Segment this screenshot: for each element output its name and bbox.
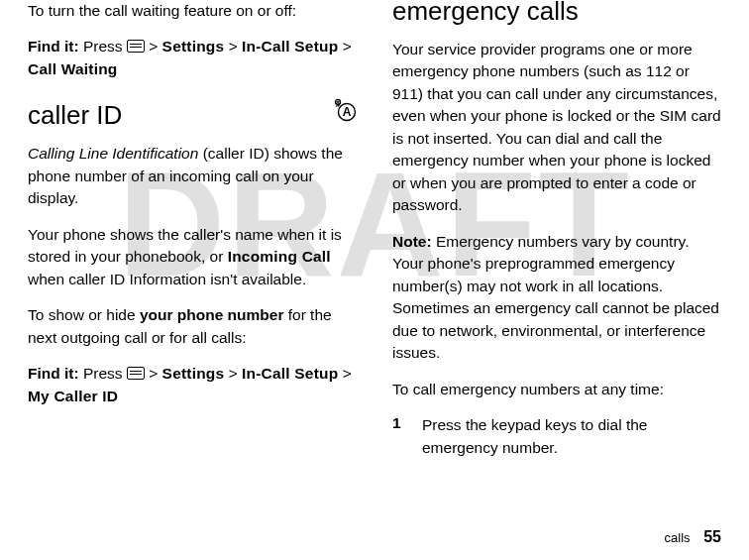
- press-text: Press: [83, 38, 123, 55]
- page-content: To turn the call waiting feature on or o…: [0, 0, 749, 515]
- incoming-call-label: Incoming Call: [228, 248, 331, 265]
- call-waiting-intro: To turn the call waiting feature on or o…: [28, 0, 357, 22]
- network-feature-icon: A: [333, 98, 357, 122]
- find-it-call-waiting: Find it: Press > Settings > In-Call Setu…: [28, 36, 357, 80]
- menu-incall-setup: In-Call Setup: [242, 38, 338, 55]
- find-it-label: Find it:: [28, 38, 79, 55]
- find-it-caller-id: Find it: Press > Settings > In-Call Setu…: [28, 363, 357, 407]
- gt: >: [149, 38, 158, 55]
- step-1: 1 Press the keypad keys to dial the emer…: [392, 414, 721, 459]
- gt: >: [229, 38, 238, 55]
- menu-call-waiting: Call Waiting: [28, 60, 118, 77]
- emergency-how-to: To call emergency numbers at any time:: [392, 379, 721, 400]
- note-body: Emergency numbers vary by country. Your …: [392, 233, 719, 361]
- text: To show or hide: [28, 306, 140, 323]
- gt: >: [343, 38, 352, 55]
- step-text: Press the keypad keys to dial the emerge…: [422, 414, 721, 459]
- svg-text:A: A: [343, 106, 352, 120]
- step-number: 1: [392, 414, 422, 459]
- menu-my-caller-id: My Caller ID: [28, 388, 118, 404]
- press-text: Press: [83, 365, 123, 382]
- your-phone-number-label: your phone number: [140, 306, 284, 323]
- gt: >: [343, 365, 352, 382]
- caller-id-heading: caller ID: [28, 100, 122, 131]
- caller-id-desc: Calling Line Identification (caller ID) …: [28, 143, 357, 209]
- menu-key-icon: [127, 40, 145, 53]
- emergency-calls-heading: emergency calls: [392, 0, 721, 27]
- page-footer: calls 55: [665, 528, 721, 546]
- text: when caller ID Information isn't availab…: [28, 271, 306, 287]
- right-column: emergency calls Your service provider pr…: [374, 0, 721, 515]
- menu-settings: Settings: [162, 365, 225, 382]
- gt: >: [229, 365, 238, 382]
- show-hide-desc: To show or hide your phone number for th…: [28, 304, 357, 349]
- menu-settings: Settings: [162, 38, 225, 55]
- emergency-desc: Your service provider programs one or mo…: [392, 39, 721, 217]
- section-label: calls: [665, 530, 691, 545]
- find-it-label: Find it:: [28, 365, 79, 382]
- left-column: To turn the call waiting feature on or o…: [28, 0, 374, 515]
- menu-incall-setup: In-Call Setup: [242, 365, 338, 382]
- menu-key-icon: [127, 367, 145, 380]
- caller-id-heading-row: caller ID A: [28, 94, 357, 143]
- gt: >: [149, 365, 158, 382]
- note-label: Note:: [392, 233, 432, 250]
- emergency-note: Note: Emergency numbers vary by country.…: [392, 231, 721, 365]
- caller-id-name-desc: Your phone shows the caller's name when …: [28, 224, 357, 290]
- page-number: 55: [703, 528, 721, 545]
- cli-term: Calling Line Identification: [28, 145, 198, 162]
